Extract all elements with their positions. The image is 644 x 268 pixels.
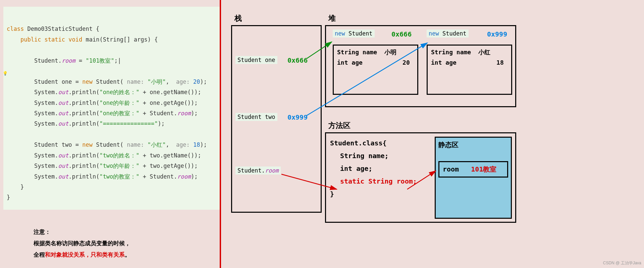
txt: .println(: [68, 173, 99, 180]
heap-addr-1: 0x666: [391, 30, 412, 38]
out: out: [58, 152, 69, 159]
stack-var-one: Student one: [235, 56, 277, 63]
str: "小红": [148, 141, 166, 148]
param: name:: [127, 141, 147, 148]
addr-two: 0x999: [287, 113, 308, 121]
method-area-box: Student.class{ String name; int age; sta…: [325, 132, 516, 223]
out: out: [58, 89, 69, 95]
kw-class: class: [7, 25, 24, 32]
str: "one的姓名：": [99, 89, 139, 95]
txt: + Student.: [140, 110, 177, 117]
static-area: 静态区 room 101教室: [435, 137, 512, 219]
txt: Student two =: [34, 141, 82, 148]
txt: Student.: [34, 57, 62, 64]
kw-mods: public static: [20, 36, 65, 43]
txt: System.: [34, 89, 58, 95]
txt: + Student.: [140, 173, 177, 180]
method-area-label: 方法区: [328, 121, 351, 131]
txt: );: [191, 110, 198, 117]
note-line1: 注意：: [34, 226, 130, 238]
txt: System.: [34, 162, 58, 169]
txt: .println(: [68, 110, 99, 117]
heap-label: 堆: [328, 13, 336, 23]
note-line3: 全程和对象就没关系，只和类有关系。: [34, 249, 130, 261]
note-line2: 根据类名称访问静态成员变量的时候，: [34, 238, 130, 249]
heap-addr-2: 0x999: [487, 30, 507, 38]
out: out: [58, 99, 69, 106]
class-name: Demo03StaticStudent {: [24, 25, 99, 32]
new-student-1: new Student: [333, 29, 375, 38]
class-definition: Student.class{ String name; int age; sta…: [330, 137, 417, 200]
txt: System.: [34, 152, 58, 159]
brace: }: [7, 194, 10, 201]
brace: }: [7, 184, 24, 190]
txt: + two.getName());: [140, 152, 201, 159]
out: out: [58, 162, 69, 169]
str: "two的姓名：": [99, 152, 139, 159]
memory-diagram: 栈 堆 方法区 Student one 0x666 Student two 0x…: [221, 0, 644, 268]
room-field: room: [62, 57, 75, 64]
txt: System.: [34, 110, 58, 117]
txt: + one.getName());: [140, 89, 201, 95]
txt: + two.getAge());: [140, 162, 198, 169]
out: out: [58, 120, 69, 127]
room: room: [177, 173, 191, 180]
str: "小明": [148, 78, 166, 85]
main-name: main: [82, 36, 99, 43]
txt: .println(: [68, 152, 99, 159]
txt: System.: [34, 173, 58, 180]
object-two: String name 小红 int age 18: [427, 45, 512, 95]
txt: Student(: [93, 78, 127, 85]
param: age:: [176, 141, 193, 148]
static-area-title: 静态区: [438, 140, 508, 149]
new-student-2: new Student: [427, 29, 469, 38]
watermark: CSDN @ 工治学Java: [603, 260, 641, 266]
param: age:: [176, 78, 193, 85]
kw-new: new: [82, 78, 93, 85]
txt: ;: [114, 57, 118, 64]
stack-var-two: Student two: [235, 113, 277, 120]
room: room: [177, 110, 191, 117]
txt: System.: [34, 99, 58, 106]
txt: .println(: [68, 99, 99, 106]
txt: );: [158, 120, 164, 127]
code-block: 💡class Demo03StaticStudent { public stat…: [3, 7, 220, 210]
str: "two的教室：": [99, 173, 139, 180]
txt: ,: [166, 141, 176, 148]
stack-box: Student one 0x666 Student two 0x999 Stud…: [231, 25, 322, 213]
txt: System.: [34, 120, 58, 127]
str: "===============": [99, 120, 158, 127]
str: "one的教室：": [99, 110, 139, 117]
num: 20: [193, 78, 200, 85]
txt: Student(: [93, 141, 127, 148]
txt: .println(: [68, 89, 99, 95]
object-one: String name 小明 int age 20: [333, 45, 418, 95]
static-room-box: room 101教室: [438, 161, 508, 178]
txt: .println(: [68, 162, 99, 169]
notes: 注意： 根据类名称访问静态成员变量的时候， 全程和对象就没关系，只和类有关系。: [34, 226, 130, 261]
addr-one: 0x666: [287, 56, 308, 64]
param: name:: [127, 78, 147, 85]
code-panel: 💡class Demo03StaticStudent { public stat…: [0, 0, 220, 268]
str: "101教室": [86, 57, 114, 64]
txt: ,: [166, 78, 176, 85]
heap-box: new Student 0x666 String name 小明 int age…: [325, 25, 516, 107]
kw-new: new: [82, 141, 93, 148]
str: "two的年龄：": [99, 162, 139, 169]
out: out: [58, 110, 69, 117]
txt: .println(: [68, 120, 99, 127]
stack-label: 栈: [234, 13, 242, 23]
out: out: [58, 173, 69, 180]
main-args: (String[] args) {: [99, 36, 158, 43]
txt: );: [191, 173, 198, 180]
stack-var-room: Student.room: [235, 167, 281, 174]
num: 18: [193, 141, 200, 148]
txt: + one.getAge());: [140, 99, 198, 106]
txt: );: [200, 141, 207, 148]
txt: =: [75, 57, 86, 64]
str: "one的年龄：": [99, 99, 139, 106]
txt: );: [200, 78, 207, 85]
txt: Student one =: [34, 78, 82, 85]
lightbulb-icon: 💡: [3, 70, 8, 77]
kw-void: void: [65, 36, 82, 43]
